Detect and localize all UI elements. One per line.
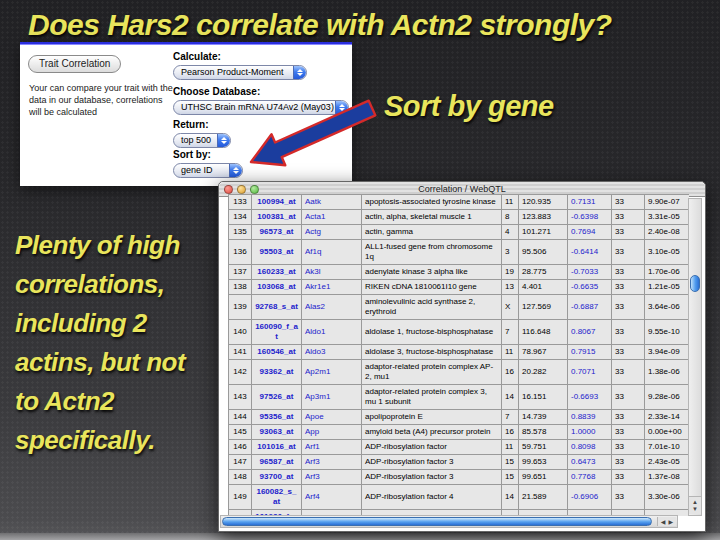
cell-probe[interactable]: 160090_f_at (252, 320, 302, 345)
cell-probe[interactable]: 96573_at (252, 225, 302, 240)
cell-idx: 143 (229, 385, 252, 410)
table-row: 134100381_atActa1actin, alpha, skeletal … (229, 210, 690, 225)
cell-gene[interactable]: Akr1e1 (302, 280, 362, 295)
cell-probe[interactable]: 100994_at (252, 195, 302, 210)
form-description: Your can compare your trait with the dat… (29, 82, 177, 118)
cell-gene[interactable]: Arf3 (302, 455, 362, 470)
cell-p: 3.30e-06 (645, 485, 690, 510)
table-row: 13992768_s_atAlas2aminolevulinic acid sy… (229, 295, 690, 320)
cell-gene[interactable]: Acta1 (302, 210, 362, 225)
close-button[interactable] (224, 185, 233, 194)
cell-desc: adenylate kinase 3 alpha like (362, 265, 502, 280)
cell-gene[interactable]: App (302, 425, 362, 440)
cell-n: 33 (612, 240, 645, 265)
cell-probe[interactable]: 103068_at (252, 280, 302, 295)
horizontal-scrollbar-thumb[interactable] (222, 517, 652, 526)
cell-chr: 14 (502, 385, 519, 410)
cell-gene[interactable]: Arf1 (302, 440, 362, 455)
cell-n: 33 (612, 485, 645, 510)
cell-desc: ADP-ribosylation factor 4 (362, 485, 502, 510)
cell-probe[interactable]: 100381_at (252, 210, 302, 225)
cell-chr: 4 (502, 225, 519, 240)
cell-gene[interactable]: Apoe (302, 410, 362, 425)
cell-probe[interactable]: 160082_s_at (252, 485, 302, 510)
cell-corr: -0.6887 (568, 295, 612, 320)
cell-gene[interactable]: Ap3m1 (302, 385, 362, 410)
window-title: Correlation / WebQTL (418, 184, 505, 194)
cell-corr: 0.7768 (568, 470, 612, 485)
minimize-button[interactable] (237, 185, 246, 194)
cell-idx: 148 (229, 470, 252, 485)
cell-probe[interactable]: 95503_at (252, 240, 302, 265)
cell-probe[interactable]: 96587_at (252, 455, 302, 470)
cell-gene[interactable]: Ap2m1 (302, 360, 362, 385)
cell-n: 33 (612, 295, 645, 320)
scroll-up-icon[interactable]: ▲ (692, 499, 698, 505)
cell-gene[interactable]: Aatk (302, 195, 362, 210)
cell-p: 2.33e-14 (645, 410, 690, 425)
cell-probe[interactable]: 160233_at (252, 265, 302, 280)
return-select[interactable]: top 500 (173, 133, 231, 148)
return-label: Return: (173, 119, 231, 130)
cell-gene[interactable]: Aldo3 (302, 345, 362, 360)
cell-probe[interactable]: 95356_at (252, 410, 302, 425)
correlation-table-body: 133100994_atAatkapoptosis-associated tyr… (229, 195, 690, 517)
cell-gene[interactable]: Arf3 (302, 470, 362, 485)
cell-gene[interactable]: Arf4 (302, 485, 362, 510)
cell-p: 2.40e-08 (645, 225, 690, 240)
scroll-left-icon[interactable]: ◀ (661, 519, 666, 525)
trait-correlation-button[interactable]: Trait Correlation (28, 55, 121, 73)
cell-probe[interactable]: 97526_at (252, 385, 302, 410)
cell-corr: -0.6635 (568, 280, 612, 295)
cell-gene[interactable]: Af1q (302, 240, 362, 265)
cell-n: 33 (612, 195, 645, 210)
table-row: 14397526_atAp3m1adaptor-related protein … (229, 385, 690, 410)
cell-probe[interactable]: 160546_at (252, 345, 302, 360)
table-row: 140160090_f_atAldo1aldolase 1, fructose-… (229, 320, 690, 345)
cell-probe[interactable]: 92768_s_at (252, 295, 302, 320)
table-row: 14495356_atApoeapolipoprotein E714.7390.… (229, 410, 690, 425)
scroll-down-icon[interactable]: ▼ (692, 506, 698, 512)
cell-p: 7.01e-10 (645, 440, 690, 455)
cell-gene[interactable]: Aldo1 (302, 320, 362, 345)
cell-gene[interactable]: Ak3l (302, 265, 362, 280)
cell-pos: 21.589 (519, 485, 568, 510)
cell-pos: 28.775 (519, 265, 568, 280)
cell-pos: 123.883 (519, 210, 568, 225)
calculate-select[interactable]: Pearson Product-Moment (173, 65, 307, 80)
cell-probe[interactable]: 93362_at (252, 360, 302, 385)
cell-corr: -0.6693 (568, 385, 612, 410)
cell-pos: 127.569 (519, 295, 568, 320)
vertical-scrollbar[interactable]: ▲ ▼ (688, 198, 702, 516)
cell-probe[interactable]: 93700_at (252, 470, 302, 485)
cell-chr: X (502, 295, 519, 320)
cell-pos: 120.935 (519, 195, 568, 210)
cell-gene[interactable]: Alas2 (302, 295, 362, 320)
cell-n: 33 (612, 410, 645, 425)
vertical-scrollbar-thumb[interactable] (690, 275, 700, 292)
scroll-right-icon[interactable]: ▶ (668, 519, 673, 525)
cell-corr: -0.6398 (568, 210, 612, 225)
cell-pos: 116.648 (519, 320, 568, 345)
cell-p: 9.28e-06 (645, 385, 690, 410)
cell-idx: 147 (229, 455, 252, 470)
cell-gene[interactable]: Actg (302, 225, 362, 240)
cell-chr: 7 (502, 410, 519, 425)
horizontal-scrollbar[interactable]: ◀ ▶ (220, 515, 678, 528)
cell-pos: 101.271 (519, 225, 568, 240)
cell-probe[interactable]: 93063_at (252, 425, 302, 440)
cell-p: 1.37e-08 (645, 470, 690, 485)
cell-p: 3.64e-06 (645, 295, 690, 320)
slide-floor-strip (0, 533, 720, 540)
sort-by-select[interactable]: gene ID (173, 163, 243, 178)
table-row: 14796587_atArf3ADP-ribosylation factor 3… (229, 455, 690, 470)
cell-idx: 142 (229, 360, 252, 385)
cell-corr: 0.7694 (568, 225, 612, 240)
cell-desc: actin, gamma (362, 225, 502, 240)
cell-probe[interactable]: 101016_at (252, 440, 302, 455)
cell-chr: 13 (502, 280, 519, 295)
correlation-table: 133100994_atAatkapoptosis-associated tyr… (228, 194, 689, 516)
zoom-button[interactable] (250, 185, 259, 194)
cell-desc: ALL1-fused gene from chromosome 1q (362, 240, 502, 265)
cell-corr: -0.6414 (568, 240, 612, 265)
